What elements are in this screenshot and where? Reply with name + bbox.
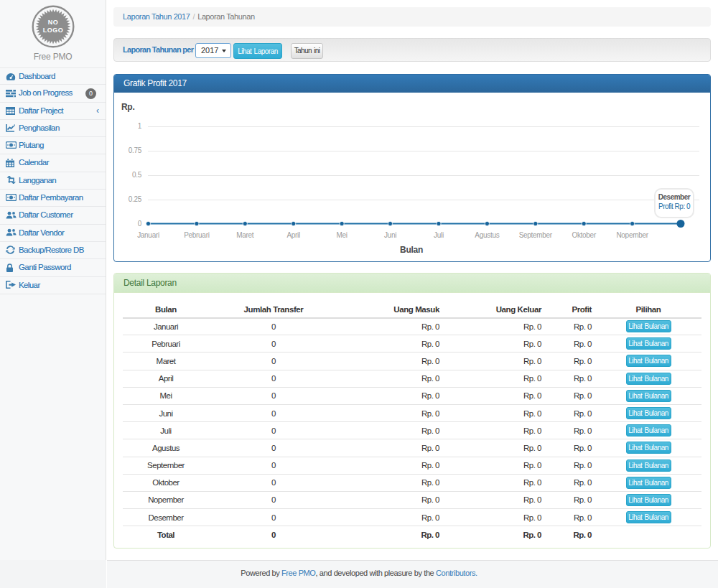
svg-text:NO: NO [48, 19, 59, 26]
svg-text:LOGO: LOGO [43, 27, 64, 34]
